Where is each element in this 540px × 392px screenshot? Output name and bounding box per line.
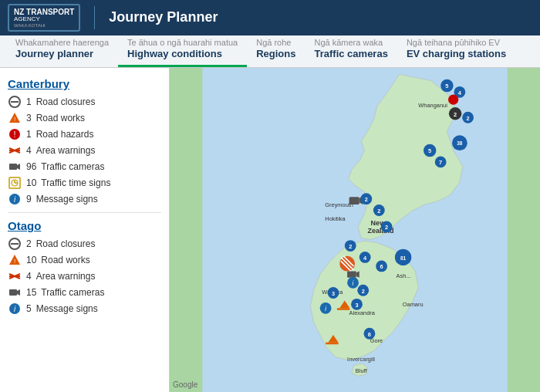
stat-canterbury-messagesigns-count: 9 bbox=[26, 194, 32, 204]
svg-rect-23 bbox=[9, 289, 17, 296]
navbar: Whakamahere haerenga Journey planner Te … bbox=[0, 35, 540, 68]
svg-text:Greymouth: Greymouth bbox=[325, 201, 353, 208]
stat-otago-closures-count: 2 bbox=[26, 238, 32, 249]
nav-sub-1: Te āhua o ngā huarahi matua bbox=[127, 38, 238, 48]
svg-rect-75 bbox=[347, 272, 356, 278]
stat-canterbury-roadworks-count: 3 bbox=[26, 113, 32, 123]
svg-text:3: 3 bbox=[332, 290, 335, 297]
camera-icon-otago bbox=[8, 286, 22, 299]
svg-point-44 bbox=[448, 95, 458, 105]
stat-otago-roadworks-label: Road works bbox=[41, 255, 89, 265]
stat-canterbury-timesigns-label: Traffic time signs bbox=[41, 177, 110, 188]
svg-text:Whanganui: Whanganui bbox=[418, 102, 447, 109]
stat-otago-cameras-label: Traffic cameras bbox=[41, 287, 104, 298]
svg-text:8: 8 bbox=[368, 331, 371, 338]
stat-canterbury-closures-count: 1 bbox=[26, 96, 32, 107]
stat-otago-closures-label: Road closures bbox=[36, 238, 96, 249]
messagesign-icon-otago: i bbox=[8, 302, 22, 316]
stat-otago-roadworks-count: 10 bbox=[26, 255, 36, 265]
stat-canterbury-warnings-count: 4 bbox=[26, 145, 32, 156]
nav-ev-charging[interactable]: Ngā teihana pūhihiko EV EV charging stat… bbox=[397, 33, 515, 67]
roadworks-icon: ! bbox=[8, 111, 22, 125]
timesign-icon bbox=[8, 176, 22, 190]
nav-main-4: EV charging stations bbox=[407, 48, 506, 60]
stat-canterbury-messagesigns[interactable]: i 9 Message signs bbox=[8, 192, 161, 206]
stat-canterbury-warnings[interactable]: 4 Area warnings bbox=[8, 144, 161, 157]
header-title: Journey Planner bbox=[109, 9, 218, 25]
stat-otago-messagesigns-count: 5 bbox=[26, 303, 32, 314]
stat-otago-cameras-count: 15 bbox=[26, 287, 36, 298]
messagesign-icon: i bbox=[8, 192, 22, 206]
svg-text:2: 2 bbox=[454, 111, 457, 118]
stat-canterbury-closures[interactable]: 1 Road closures bbox=[8, 95, 161, 109]
svg-rect-9 bbox=[9, 164, 17, 170]
nz-map-svg: Whanganui New Zealand Greymouth Hokitika… bbox=[170, 68, 540, 392]
svg-rect-55 bbox=[349, 197, 359, 204]
nav-main-0: Journey planner bbox=[15, 48, 109, 60]
warning-icon-otago bbox=[8, 269, 22, 283]
header-divider bbox=[94, 6, 95, 29]
nav-main-1: Highway conditions bbox=[127, 48, 238, 60]
svg-text:!: ! bbox=[13, 130, 15, 139]
stat-otago-messagesigns[interactable]: i 5 Message signs bbox=[8, 302, 161, 316]
stat-otago-cameras[interactable]: 15 Traffic cameras bbox=[8, 286, 161, 299]
svg-text:Bluff: Bluff bbox=[356, 367, 368, 374]
region-canterbury-title[interactable]: Canterbury bbox=[8, 77, 161, 90]
stat-canterbury-hazards-count: 1 bbox=[26, 129, 32, 140]
svg-text:2: 2 bbox=[362, 288, 365, 295]
hazard-icon: ! bbox=[8, 127, 22, 141]
svg-text:Ash...: Ash... bbox=[397, 272, 411, 279]
svg-text:2: 2 bbox=[365, 196, 368, 203]
stat-otago-roadworks[interactable]: ! 10 Road works bbox=[8, 253, 161, 267]
nav-main-2: Regions bbox=[256, 48, 295, 60]
svg-text:Alexandra: Alexandra bbox=[349, 309, 376, 316]
stat-canterbury-closures-label: Road closures bbox=[36, 96, 96, 107]
svg-text:Oamaru: Oamaru bbox=[403, 301, 424, 308]
stat-canterbury-roadworks[interactable]: ! 3 Road works bbox=[8, 111, 161, 125]
logo-transport: AGENCY bbox=[14, 16, 40, 23]
sidebar: Canterbury 1 Road closures ! 3 Road work… bbox=[0, 68, 170, 392]
svg-text:2: 2 bbox=[377, 208, 380, 215]
region-otago-link[interactable]: Otago bbox=[8, 219, 41, 232]
stat-canterbury-warnings-label: Area warnings bbox=[36, 145, 96, 156]
svg-text:3: 3 bbox=[355, 302, 358, 309]
nav-sub-3: Ngā kāmera waka bbox=[314, 38, 387, 48]
stat-canterbury-hazards[interactable]: ! 1 Road hazards bbox=[8, 127, 161, 141]
svg-text:2: 2 bbox=[385, 224, 388, 231]
warning-icon bbox=[8, 144, 22, 157]
stat-canterbury-timesigns[interactable]: 10 Traffic time signs bbox=[8, 176, 161, 190]
region-otago-title[interactable]: Otago bbox=[8, 219, 161, 232]
svg-text:Hokitika: Hokitika bbox=[325, 215, 346, 222]
nav-sub-4: Ngā teihana pūhihiko EV bbox=[407, 38, 506, 48]
svg-text:38: 38 bbox=[457, 140, 463, 146]
svg-text:81: 81 bbox=[400, 255, 407, 261]
google-watermark: Google bbox=[173, 380, 197, 389]
camera-icon bbox=[8, 160, 22, 174]
region-separator bbox=[8, 212, 161, 213]
closure-icon-otago bbox=[8, 237, 22, 251]
closure-icon bbox=[8, 95, 22, 109]
stat-otago-warnings-count: 4 bbox=[26, 271, 32, 282]
svg-text:Invercargill: Invercargill bbox=[347, 356, 375, 363]
nav-highway-conditions[interactable]: Te āhua o ngā huarahi matua Highway cond… bbox=[118, 33, 247, 67]
map-area[interactable]: Whanganui New Zealand Greymouth Hokitika… bbox=[170, 68, 540, 392]
svg-text:2: 2 bbox=[349, 243, 352, 250]
nav-main-3: Traffic cameras bbox=[314, 48, 387, 60]
svg-text:!: ! bbox=[14, 116, 15, 123]
svg-text:7: 7 bbox=[439, 159, 442, 166]
stat-canterbury-roadworks-label: Road works bbox=[36, 113, 85, 123]
logo-area: NZ TRANSPORT AGENCY WAKA KOTAHI Journey … bbox=[8, 4, 218, 32]
nav-regions[interactable]: Ngā rohe Regions bbox=[247, 33, 305, 67]
header: NZ TRANSPORT AGENCY WAKA KOTAHI Journey … bbox=[0, 0, 540, 35]
stat-canterbury-cameras[interactable]: 96 Traffic cameras bbox=[8, 160, 161, 174]
content-area: Canterbury 1 Road closures ! 3 Road work… bbox=[0, 68, 540, 392]
stat-otago-closures[interactable]: 2 Road closures bbox=[8, 237, 161, 251]
nav-journey-planner[interactable]: Whakamahere haerenga Journey planner bbox=[6, 33, 118, 67]
nav-sub-0: Whakamahere haerenga bbox=[15, 38, 109, 48]
nav-traffic-cameras[interactable]: Ngā kāmera waka Traffic cameras bbox=[305, 33, 397, 67]
region-canterbury-link[interactable]: Canterbury bbox=[8, 77, 69, 90]
stat-otago-warnings[interactable]: 4 Area warnings bbox=[8, 269, 161, 283]
logo-box: NZ TRANSPORT AGENCY WAKA KOTAHI bbox=[8, 4, 80, 32]
svg-text:6: 6 bbox=[380, 263, 383, 270]
svg-marker-24 bbox=[17, 289, 20, 296]
